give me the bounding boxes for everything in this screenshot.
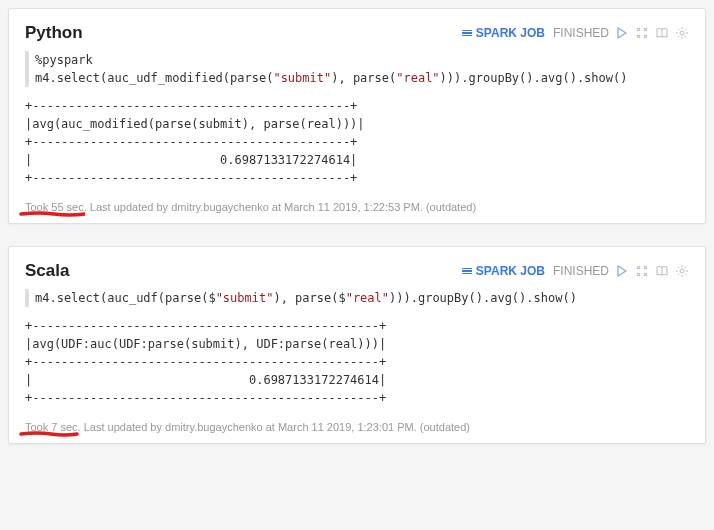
gear-icon[interactable]: [675, 26, 689, 40]
spark-job-label: SPARK JOB: [476, 264, 545, 278]
svg-point-1: [680, 269, 684, 273]
list-icon: [462, 30, 472, 37]
run-icon[interactable]: [615, 26, 629, 40]
cell-output: +---------------------------------------…: [25, 317, 689, 407]
cell-header: Python SPARK JOB FINISHED: [25, 23, 689, 43]
cell-output: +---------------------------------------…: [25, 97, 689, 187]
book-icon[interactable]: [655, 264, 669, 278]
notebook-cell: Python SPARK JOB FINISHED %pyspark m4.se…: [8, 8, 706, 224]
collapse-icon[interactable]: [635, 264, 649, 278]
status-badge: FINISHED: [553, 264, 609, 278]
spark-job-link[interactable]: SPARK JOB: [462, 264, 545, 278]
gear-icon[interactable]: [675, 264, 689, 278]
collapse-icon[interactable]: [635, 26, 649, 40]
cell-footer: Took 7 sec. Last updated by dmitry.bugay…: [25, 421, 689, 433]
svg-point-0: [680, 31, 684, 35]
cell-footer: Took 55 sec. Last updated by dmitry.buga…: [25, 201, 689, 213]
book-icon[interactable]: [655, 26, 669, 40]
code-input[interactable]: %pyspark m4.select(auc_udf_modified(pars…: [25, 51, 689, 87]
cell-header: Scala SPARK JOB FINISHED: [25, 261, 689, 281]
cell-title: Python: [25, 23, 83, 43]
spark-job-label: SPARK JOB: [476, 26, 545, 40]
list-icon: [462, 268, 472, 275]
footer-text: Took 7 sec. Last updated by dmitry.bugay…: [25, 421, 470, 433]
spark-job-link[interactable]: SPARK JOB: [462, 26, 545, 40]
cell-actions: SPARK JOB FINISHED: [462, 26, 689, 40]
footer-text: Took 55 sec. Last updated by dmitry.buga…: [25, 201, 476, 213]
status-badge: FINISHED: [553, 26, 609, 40]
cell-title: Scala: [25, 261, 69, 281]
cell-actions: SPARK JOB FINISHED: [462, 264, 689, 278]
notebook-cell: Scala SPARK JOB FINISHED m4.select(auc_u…: [8, 246, 706, 444]
run-icon[interactable]: [615, 264, 629, 278]
code-input[interactable]: m4.select(auc_udf(parse($"submit"), pars…: [25, 289, 689, 307]
